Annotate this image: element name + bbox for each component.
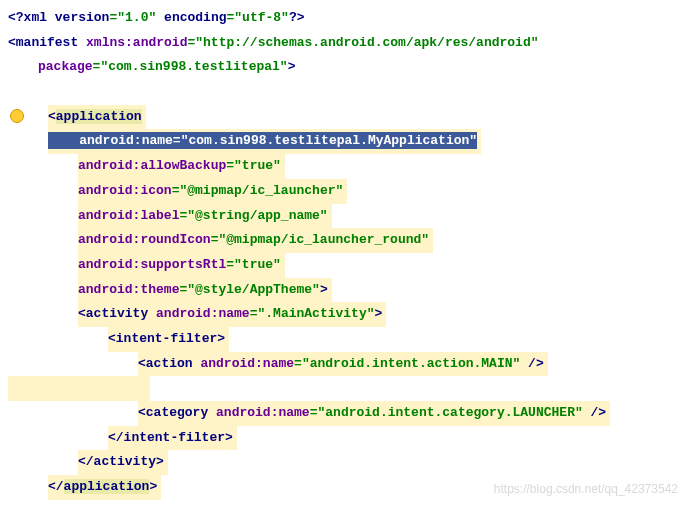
angle: < bbox=[8, 35, 16, 50]
angle: > bbox=[149, 479, 157, 494]
tag-intent-filter-close: intent-filter bbox=[124, 430, 225, 445]
value: "@mipmap/ic_launcher_round" bbox=[218, 232, 429, 247]
code-line: <manifest xmlns:android="http://schemas.… bbox=[8, 31, 686, 56]
value: "true" bbox=[234, 158, 281, 173]
attr: roundIcon bbox=[140, 232, 210, 247]
application-block: <application android:name="com.sin998.te… bbox=[8, 105, 686, 500]
attr: name bbox=[218, 306, 249, 321]
attr: supportsRtl bbox=[140, 257, 226, 272]
blank-line bbox=[8, 80, 686, 105]
code-line: <?xml version="1.0" encoding="utf-8"?> bbox=[8, 6, 686, 31]
code-line: package="com.sin998.testlitepal"> bbox=[8, 55, 686, 80]
attr: allowBackup bbox=[140, 158, 226, 173]
blank-line bbox=[8, 500, 686, 525]
attr: icon bbox=[140, 183, 171, 198]
angle: > bbox=[217, 331, 225, 346]
angle: < bbox=[138, 356, 146, 371]
attr: package bbox=[38, 59, 93, 74]
ns-prefix: android: bbox=[200, 356, 262, 371]
code-line: android:theme="@style/AppTheme"> bbox=[8, 278, 686, 303]
code-line-highlighted: android:name="com.sin998.testlitepal.MyA… bbox=[8, 129, 686, 154]
code-line: android:icon="@mipmap/ic_launcher" bbox=[8, 179, 686, 204]
ns-prefix: android: bbox=[78, 158, 140, 173]
code-line: android:label="@string/app_name" bbox=[8, 204, 686, 229]
angle: < bbox=[108, 331, 116, 346]
value: "android.intent.action.MAIN" bbox=[302, 356, 520, 371]
code-line: </intent-filter> bbox=[8, 426, 686, 451]
attr: encoding bbox=[164, 10, 226, 25]
ns-prefix: android: bbox=[156, 306, 218, 321]
ns-prefix: android: bbox=[78, 282, 140, 297]
tag-application-close: application bbox=[64, 479, 150, 494]
attr: name bbox=[142, 133, 173, 148]
code-line: <action android:name="android.intent.act… bbox=[8, 352, 686, 377]
ns-prefix: android: bbox=[79, 133, 141, 148]
value: "utf-8" bbox=[234, 10, 289, 25]
xml-decl-tag: xml version bbox=[24, 10, 110, 25]
code-editor: <?xml version="1.0" encoding="utf-8"?> <… bbox=[0, 0, 686, 525]
ns-prefix: android: bbox=[78, 183, 140, 198]
attr: theme bbox=[140, 282, 179, 297]
blank-line bbox=[8, 376, 686, 401]
angle: > bbox=[288, 59, 296, 74]
eq: = bbox=[294, 356, 302, 371]
angle: </ bbox=[108, 430, 124, 445]
value: "true" bbox=[234, 257, 281, 272]
angle: < bbox=[78, 306, 86, 321]
angle: </ bbox=[78, 454, 94, 469]
ns-prefix: android: bbox=[78, 208, 140, 223]
angle: </ bbox=[48, 479, 64, 494]
ns-prefix: android: bbox=[78, 232, 140, 247]
angle: /> bbox=[583, 405, 606, 420]
eq: = bbox=[226, 158, 234, 173]
eq: = bbox=[226, 257, 234, 272]
tag: manifest bbox=[16, 35, 86, 50]
ns-prefix: android: bbox=[216, 405, 278, 420]
value: "1.0" bbox=[117, 10, 156, 25]
value: "com.sin998.testlitepal.MyApplication" bbox=[181, 133, 477, 148]
attr: label bbox=[140, 208, 179, 223]
angle: > bbox=[375, 306, 383, 321]
lightbulb-icon[interactable] bbox=[10, 109, 24, 123]
attr: name bbox=[263, 356, 294, 371]
angle: > bbox=[156, 454, 164, 469]
value: "http://schemas.android.com/apk/res/andr… bbox=[195, 35, 538, 50]
ns-prefix: android: bbox=[78, 257, 140, 272]
value: "@style/AppTheme" bbox=[187, 282, 320, 297]
angle: /> bbox=[520, 356, 543, 371]
tag-activity: activity bbox=[86, 306, 156, 321]
code-line: android:roundIcon="@mipmap/ic_launcher_r… bbox=[8, 228, 686, 253]
tag-activity-close: activity bbox=[94, 454, 156, 469]
value: "com.sin998.testlitepal" bbox=[100, 59, 287, 74]
code-line: </application> bbox=[8, 475, 686, 500]
angle: > bbox=[320, 282, 328, 297]
code-line: </activity> bbox=[8, 450, 686, 475]
xml-decl-close: ?> bbox=[289, 10, 305, 25]
tag-application: application bbox=[56, 109, 142, 124]
angle: > bbox=[225, 430, 233, 445]
code-line: <intent-filter> bbox=[8, 327, 686, 352]
code-line: android:supportsRtl="true" bbox=[8, 253, 686, 278]
space bbox=[156, 10, 164, 25]
value: "@mipmap/ic_launcher" bbox=[179, 183, 343, 198]
value: ".MainActivity" bbox=[257, 306, 374, 321]
value: "@string/app_name" bbox=[187, 208, 327, 223]
xml-decl-open: <? bbox=[8, 10, 24, 25]
tag-intent-filter: intent-filter bbox=[116, 331, 217, 346]
code-line: <activity android:name=".MainActivity"> bbox=[8, 302, 686, 327]
ns-prefix: xmlns: bbox=[86, 35, 133, 50]
attr: android bbox=[133, 35, 188, 50]
angle: < bbox=[48, 109, 56, 124]
code-line: <application bbox=[8, 105, 686, 130]
tag-action: action bbox=[146, 356, 201, 371]
code-line: android:allowBackup="true" bbox=[8, 154, 686, 179]
eq: = bbox=[173, 133, 181, 148]
tag-category: category bbox=[146, 405, 216, 420]
angle: < bbox=[138, 405, 146, 420]
attr: name bbox=[278, 405, 309, 420]
value: "android.intent.category.LAUNCHER" bbox=[317, 405, 582, 420]
code-line: <category android:name="android.intent.c… bbox=[8, 401, 686, 426]
